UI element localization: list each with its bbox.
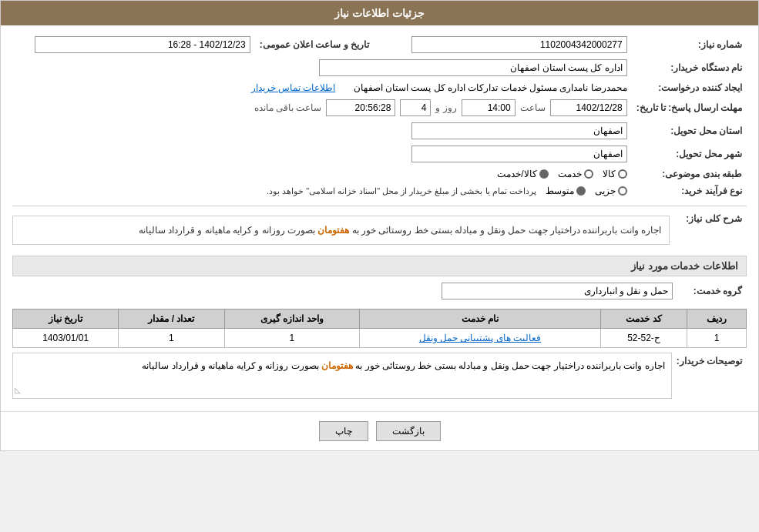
city-label: شهر محل تحویل: [632,142,747,166]
requester-value: محمدرضا نامداری مسئول خدمات تدارکات ادار… [12,79,632,96]
need-number-label: شماره نیاز: [632,33,747,56]
col-name: نام خدمت [360,309,600,329]
radio-jozvi-label: جزیی [595,186,616,196]
radio-motavaset-circle [576,186,586,196]
day-label: روز و [435,102,456,113]
divider-1 [12,206,747,206]
radio-kala-khadamat-circle [539,169,549,179]
page-title: جزئیات اطلاعات نیاز [334,7,425,19]
description-label: شرح کلی نیاز: [670,211,747,226]
info-row-7: طبقه بندی موضوعی: کالا خدمت [12,166,747,182]
buyer-name-label: نام دستگاه خریدار: [632,56,747,79]
buyer-name-value: اداره کل پست استان اصفهان [12,56,632,79]
cell-name[interactable]: فعالیت های پشتیبانی حمل ونقل [360,329,600,348]
category-radio-row: کالا خدمت کالا/خدمت [17,169,627,179]
buyer-notes-content: اجاره وانت باربراننده دراختیار جهت حمل و… [12,353,672,399]
process-radio-row: جزیی متوسط پرداخت تمام یا بخشی از مبلغ خ… [17,186,627,196]
time-label: ساعت [520,102,546,113]
province-value: اصفهان [12,119,632,142]
print-button[interactable]: چاپ [319,421,368,441]
service-group-row: گروه خدمت: حمل و نقل و انبارداری [12,279,747,303]
service-group-label: گروه خدمت: [677,279,747,303]
buyer-name-box: اداره کل پست استان اصفهان [319,59,627,76]
description-box: اجاره وانت باربراننده دراختیار جهت حمل و… [12,216,670,245]
highlight-haftoman: هفتومان [317,225,349,236]
footer-buttons: بازگشت چاپ [1,411,758,450]
cell-date: 1403/01/01 [13,329,119,348]
description-section: شرح کلی نیاز: اجاره وانت باربراننده دراخ… [12,211,747,249]
announce-time-value: 1402/12/23 - 16:28 [12,33,255,56]
cell-qty: 1 [119,329,224,348]
radio-kala-khadamat: کالا/خدمت [497,169,548,179]
col-qty: تعداد / مقدار [119,309,224,329]
services-section-header: اطلاعات خدمات مورد نیاز [12,256,747,276]
province-label: استان محل تحویل: [632,119,747,142]
radio-khadamat: خدمت [558,169,593,179]
col-code: کد خدمت [600,309,687,329]
deadline-time-box: 14:00 [462,99,516,116]
city-box: اصفهان [411,146,627,162]
need-number-value: 1102004342000277 [389,33,632,56]
col-num: ردیف [687,309,747,329]
city-value: اصفهان [12,142,632,166]
col-date: تاریخ نیاز [13,309,119,329]
category-label: طبقه بندی موضوعی: [632,166,747,182]
buyer-notes-text: اجاره وانت باربراننده دراختیار جهت حمل و… [142,360,664,371]
info-row-4: مهلت ارسال پاسخ: تا تاریخ: 1402/12/28 سا… [12,96,747,119]
page-wrapper: جزئیات اطلاعات نیاز شماره نیاز: 11020043… [0,0,759,451]
radio-khadamat-label: خدمت [558,169,582,179]
category-value: کالا خدمت کالا/خدمت [12,166,632,182]
description-text: اجاره وانت باربراننده دراختیار جهت حمل و… [139,225,661,236]
deadline-days-box: 4 [400,99,431,116]
deadline-row: 1402/12/28 ساعت 14:00 روز و 4 20:56:28 س… [17,99,627,116]
announce-time-label: تاریخ و ساعت اعلان عمومی: [255,33,374,56]
back-button[interactable]: بازگشت [376,421,441,441]
table-row: 1 ح-52-52 فعالیت های پشتیبانی حمل ونقل 1… [13,329,747,348]
page-header: جزئیات اطلاعات نیاز [1,1,758,25]
services-table-body: 1 ح-52-52 فعالیت های پشتیبانی حمل ونقل 1… [13,329,747,348]
remaining-label: ساعت باقی مانده [254,102,322,113]
main-info-table: شماره نیاز: 1102004342000277 تاریخ و ساع… [12,33,747,199]
info-row-1: شماره نیاز: 1102004342000277 تاریخ و ساع… [12,33,747,56]
deadline-value: 1402/12/28 ساعت 14:00 روز و 4 20:56:28 س… [12,96,632,119]
info-row-3: ایجاد کننده درخواست: محمدرضا نامداری مسئ… [12,79,747,96]
radio-kala-khadamat-label: کالا/خدمت [497,169,536,179]
services-table-head: ردیف کد خدمت نام خدمت واحد اندازه گیری ت… [13,309,747,329]
deadline-date-box: 1402/12/28 [550,99,627,116]
service-group-value: حمل و نقل و انبارداری [12,279,677,303]
radio-jozvi: جزیی [595,186,627,196]
deadline-label: مهلت ارسال پاسخ: تا تاریخ: [632,96,747,119]
process-label: نوع فرآیند خرید: [632,182,747,199]
requester-label: ایجاد کننده درخواست: [632,79,747,96]
process-note: پرداخت تمام یا بخشی از مبلغ خریدار از مح… [267,186,536,196]
info-row-8: نوع فرآیند خرید: جزیی متوسط پرداخت تمام … [12,182,747,199]
cell-unit: 1 [224,329,360,348]
content-area: شماره نیاز: 1102004342000277 تاریخ و ساع… [1,25,758,411]
info-row-5: استان محل تحویل: اصفهان [12,119,747,142]
info-row-2: نام دستگاه خریدار: اداره کل پست استان اص… [12,56,747,79]
cell-num: 1 [687,329,747,348]
need-number-box: 1102004342000277 [411,36,627,53]
service-group-table: گروه خدمت: حمل و نقل و انبارداری [12,279,747,303]
radio-kala-circle [618,169,627,179]
services-table: ردیف کد خدمت نام خدمت واحد اندازه گیری ت… [12,309,747,348]
service-group-box: حمل و نقل و انبارداری [442,283,673,299]
radio-kala: کالا [603,169,627,179]
cell-code: ح-52-52 [600,329,687,348]
buyer-notes-label: توصیحات خریدار: [672,353,747,370]
requester-link[interactable]: اطلاعات تماس خریدار [251,82,336,93]
buyer-notes-section: توصیحات خریدار: اجاره وانت باربراننده در… [12,353,747,399]
process-value: جزیی متوسط پرداخت تمام یا بخشی از مبلغ خ… [12,182,632,199]
province-box: اصفهان [411,122,627,139]
radio-khadamat-circle [584,169,593,179]
radio-motavaset: متوسط [546,186,586,196]
radio-jozvi-circle [618,186,627,196]
services-header-row: ردیف کد خدمت نام خدمت واحد اندازه گیری ت… [13,309,747,329]
deadline-remaining-box: 20:56:28 [326,99,395,116]
radio-kala-label: کالا [603,169,616,179]
col-unit: واحد اندازه گیری [224,309,360,329]
requester-text: محمدرضا نامداری مسئول خدمات تدارکات ادار… [354,82,627,93]
highlight-haftoman-2: هفتومان [321,360,353,371]
info-row-6: شهر محل تحویل: اصفهان [12,142,747,166]
announce-date-box: 1402/12/23 - 16:28 [35,36,250,53]
